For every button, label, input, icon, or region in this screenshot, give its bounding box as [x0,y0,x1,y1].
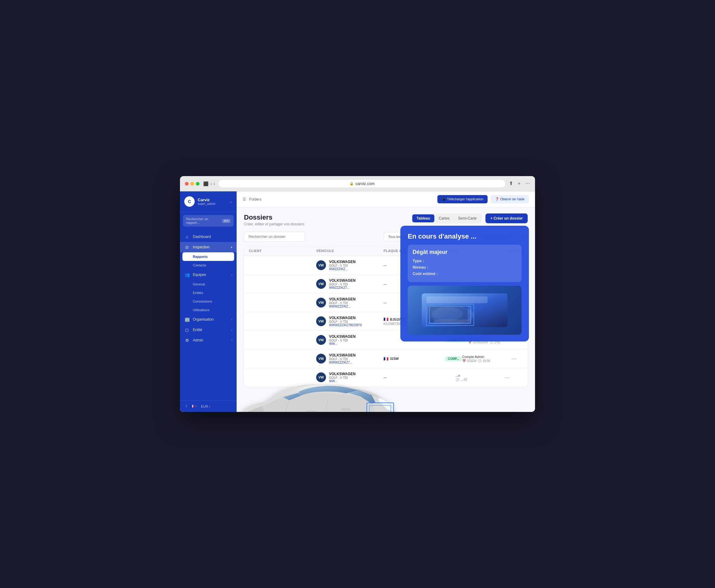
sidebar-subitem-entites[interactable]: Entités [180,289,237,297]
calendar-icon2: 📅 [462,359,466,363]
vehicle-info: VOLKSWAGEN GOLF - V TDI WWWZZZIKZ... [329,297,356,308]
sidebar-toggle-icon[interactable]: ⌄ [229,200,232,204]
actions-cell: ⋯ [504,374,523,381]
vw-logo: VW [316,372,326,382]
team-icon: 👥 [184,272,190,277]
sidebar-item-admin[interactable]: ⚙ Admin › [180,335,237,345]
cout-field: Coût estimé : [413,271,517,276]
new-tab-icon[interactable]: ＋ [517,181,522,187]
logo-icon: C [184,196,195,207]
damage-section: Dégât majeur Type : Niveau : Coût estimé… [408,245,522,282]
search-label: Rechercher un rapport... [186,217,222,225]
sidebar-subitem-concessions[interactable]: Concessions [180,297,237,306]
forward-arrow[interactable]: › [214,181,215,186]
chevron-icon4: › [232,339,232,342]
vw-logo: VW [316,298,326,308]
share-icon[interactable]: ⬆ [509,181,513,187]
niveau-field: Niveau : [413,265,517,270]
help-button[interactable]: ❓ Obtenir de l'aide [491,195,529,203]
damage-title: Dégât majeur [413,249,517,255]
lang-flag[interactable]: 🇫🇷 › [190,404,197,408]
row-actions-button[interactable]: ⋯ [511,355,517,362]
vehicle-info: VOLKSWAGEN GOLF - V TDI WWZZZIKZ7... [329,278,356,289]
sidebar-subitem-general[interactable]: General [180,280,237,289]
main-content: ☰ Folders 📱 Télécharger l'application ❓ … [237,191,535,412]
browser-nav: ⬛ ‹ › [203,181,215,186]
sidebar-item-entite[interactable]: ◻ Entité › [180,324,237,335]
clock-icon2: 🕐 [478,359,481,363]
search-shortcut: ⌘K [222,219,231,223]
sidebar-search[interactable]: Rechercher un rapport... ⌘K [183,215,234,227]
headlight-svg [416,287,514,333]
sidebar-item-inspection[interactable]: ⊙ Inspection ▾ [180,242,237,252]
sidebar-nav: ⌂ Dashboard ⊙ Inspection ▾ Rapports Cont… [180,230,237,400]
vehicle-info: VOLKSWAGEN GOLF - V TDI WWZZZIKZ... [329,260,356,271]
more-icon[interactable]: ⋯ [525,181,530,187]
sidebar-bottom: ☽ 🇫🇷 › EUR › [180,400,237,412]
topbar-breadcrumb: ☰ Folders [243,197,261,202]
create-dossier-button[interactable]: + Créer un dossier [485,213,528,223]
header-vehicle: Véhicule [316,249,384,253]
vw-logo: VW [316,316,326,326]
page-header: Dossiers Créer, éditer et partager vos d… [244,213,528,226]
admin-icon: ⚙ [184,338,190,343]
topbar: ☰ Folders 📱 Télécharger l'application ❓ … [237,191,535,207]
sidebar-subitem-utilisateurs[interactable]: Utilisateurs [180,306,237,314]
vehicle-info: VOLKSWAGEN GOLF - V TDI WWWZZZIKZ7... [329,353,356,364]
org-icon: 🏢 [184,317,190,322]
chevron-down-icon: ▾ [231,246,232,249]
clock-icon3: 🕐 [455,378,459,381]
vw-logo: VW [316,335,326,345]
inspection-label: Inspection [193,245,210,249]
page-title: Dossiers [244,213,304,222]
dashboard-label: Dashboard [193,235,211,239]
vw-logo: VW [316,279,326,289]
svg-rect-5 [434,319,471,324]
chevron-icon: › [232,273,232,276]
currency-label: EUR › [201,404,210,408]
tab-semi-carte[interactable]: Semi-Carte [454,214,481,222]
url-text: carviz.com [356,181,375,186]
view-tabs: Tableau Cartes Semi-Carte [411,213,482,223]
svg-rect-42 [307,411,316,412]
vehicle-cell: VW VOLKSWAGEN GOLF - V TDI WW... [316,372,384,383]
logo-subtitle: super_admin [198,202,215,206]
back-button[interactable]: ⬛ [203,181,209,186]
lock-icon: 🔒 [349,182,354,186]
sidebar-toggle-btn[interactable]: ☰ [243,197,246,202]
analysis-overlay: En cours d'analyse ... Dégât majeur Type… [400,226,529,341]
sidebar-item-equipes[interactable]: 👥 Equipes › [180,270,237,280]
sidebar-logo: C Carviz super_admin ⌄ [180,191,237,212]
svg-rect-44 [367,403,394,412]
download-app-button[interactable]: 📱 Télécharger l'application [437,195,488,203]
sidebar-item-dashboard[interactable]: ⌂ Dashboard [180,232,237,242]
breadcrumb-folders[interactable]: Folders [249,197,261,202]
vehicle-cell: VW VOLKSWAGEN GOLF - V TDI WWWZZZIKZ7802… [316,316,384,327]
sidebar-item-organisation[interactable]: 🏢 Organisation › [180,314,237,324]
vehicle-info: VOLKSWAGEN GOLF - V TDI WW... [329,372,356,383]
equipes-label: Equipes [193,273,206,277]
browser-actions: ⬆ ＋ ⋯ [509,181,530,187]
sidebar-subitem-contacts[interactable]: Contacts [180,261,237,270]
tab-tableau[interactable]: Tableau [412,214,434,222]
vw-logo: VW [316,260,326,270]
browser-buttons [185,182,199,186]
type-field: Type : [413,258,517,263]
address-bar[interactable]: 🔒 carviz.com [219,180,505,187]
svg-rect-45 [369,405,391,412]
back-arrow[interactable]: ‹ [210,181,212,186]
theme-icon[interactable]: ☽ [184,404,187,408]
plate-cell: — [384,376,445,379]
org-label: Organisation [193,317,214,321]
analysis-title: En cours d'analyse ... [408,232,522,240]
chevron-icon2: › [232,318,232,321]
search-dossier-input[interactable] [244,232,305,241]
status-badge: COMP... [445,356,462,361]
svg-point-4 [433,307,463,321]
row-actions-button[interactable]: ⋯ [504,374,510,381]
sidebar-subitem-rapports[interactable]: Rapports [182,252,234,261]
header-client: Client [249,249,316,253]
vehicle-cell: VW VOLKSWAGEN GOLF - V TDI WWZZZIKZ... [316,260,384,271]
svg-rect-1 [426,296,488,303]
tab-cartes[interactable]: Cartes [434,214,454,222]
